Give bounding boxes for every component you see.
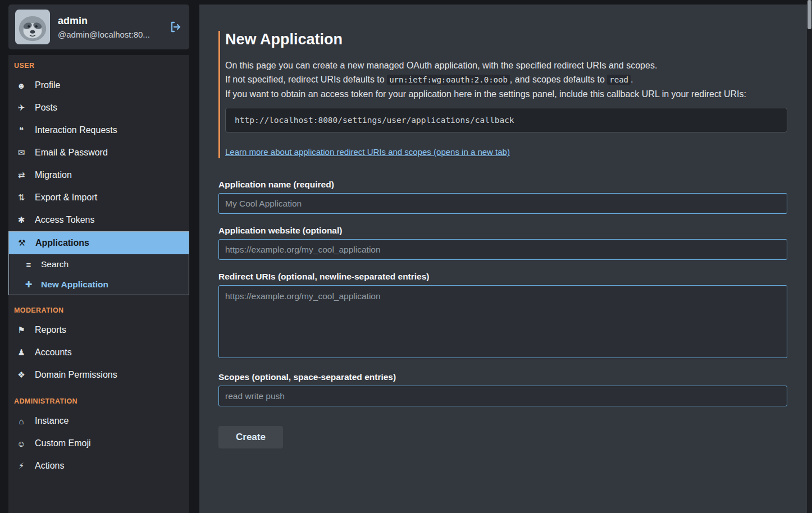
sidebar-item-label: Search xyxy=(41,259,69,269)
arrows-up-down-icon: ⇅ xyxy=(15,193,28,203)
section-label-moderation: MODERATION xyxy=(14,306,184,314)
user-handle: @admin@localhost:80... xyxy=(58,30,167,39)
scrollbar-thumb[interactable] xyxy=(808,0,811,29)
user-name: admin xyxy=(58,15,167,27)
smiley-icon: ☺ xyxy=(15,439,28,448)
sidebar-item-posts[interactable]: ✈ Posts xyxy=(8,97,189,119)
hub-icon: ❖ xyxy=(15,370,28,380)
sidebar-item-label: Instance xyxy=(35,416,69,426)
page-title: New Application xyxy=(225,31,787,48)
application-website-field: Application website (optional) xyxy=(218,226,787,260)
sidebar-item-label: Profile xyxy=(35,80,60,90)
sidebar-item-label: Migration xyxy=(35,170,72,180)
redirect-uris-textarea[interactable] xyxy=(218,285,787,358)
sidebar-item-applications[interactable]: ⚒ Applications xyxy=(9,232,189,254)
scopes-input[interactable] xyxy=(218,386,787,406)
callback-url-block: http://localhost:8080/settings/user/appl… xyxy=(225,108,787,132)
tools-icon: ⚒ xyxy=(16,238,28,248)
sidebar-item-label: Custom Emoji xyxy=(35,438,91,448)
sidebar-item-email-password[interactable]: ✉ Email & Password xyxy=(8,141,189,164)
scrollbar[interactable] xyxy=(807,0,812,513)
sidebar-item-label: Domain Permissions xyxy=(35,370,117,380)
application-website-input[interactable] xyxy=(218,239,787,260)
sidebar-item-label: Export & Import xyxy=(35,193,97,203)
scopes-label: Scopes (optional, space-separated entrie… xyxy=(218,372,787,382)
sloth-avatar-image xyxy=(15,10,50,44)
application-name-field: Application name (required) xyxy=(218,180,787,214)
sidebar-item-label: New Application xyxy=(41,280,108,290)
sidebar-item-label: Reports xyxy=(35,325,66,335)
sidebar-item-access-tokens[interactable]: ✱ Access Tokens xyxy=(8,209,189,231)
sidebar-item-label: Email & Password xyxy=(35,148,108,158)
sidebar-item-actions[interactable]: ⚡ Actions xyxy=(8,455,189,477)
sidebar-item-new-application[interactable]: ✚ New Application xyxy=(9,274,189,295)
user-card[interactable]: admin @admin@localhost:80... xyxy=(8,4,189,49)
app-root: admin @admin@localhost:80... USER ☻ Prof… xyxy=(0,0,812,513)
application-name-label: Application name (required) xyxy=(218,180,787,190)
sidebar-item-label: Applications xyxy=(35,238,89,248)
redirect-uris-field: Redirect URIs (optional, newline-separat… xyxy=(218,272,787,360)
sidebar-item-instance[interactable]: ⌂ Instance xyxy=(8,410,189,432)
main-panel: New Application On this page you can cre… xyxy=(199,4,807,513)
section-label-user: USER xyxy=(14,62,184,70)
token-icon: ✱ xyxy=(15,215,28,225)
sidebar-item-label: Actions xyxy=(35,461,64,471)
paper-plane-icon: ✈ xyxy=(15,103,28,113)
user-icon: ☻ xyxy=(15,81,28,90)
list-icon: ≡ xyxy=(22,260,35,269)
callback-url: http://localhost:8080/settings/user/appl… xyxy=(235,116,514,125)
sidebar-item-custom-emoji[interactable]: ☺ Custom Emoji xyxy=(8,432,189,455)
sidebar-nav: USER ☻ Profile ✈ Posts ❝ Interaction Req… xyxy=(8,55,189,513)
users-icon: ♟ xyxy=(15,347,28,358)
sidebar: admin @admin@localhost:80... USER ☻ Prof… xyxy=(0,0,199,513)
application-name-input[interactable] xyxy=(218,193,787,214)
intro-block: New Application On this page you can cre… xyxy=(218,31,787,158)
sidebar-item-interaction-requests[interactable]: ❝ Interaction Requests xyxy=(8,119,189,141)
sidebar-item-domain-permissions[interactable]: ❖ Domain Permissions xyxy=(8,364,189,386)
inline-code-read: read xyxy=(607,75,631,85)
envelope-icon: ✉ xyxy=(15,148,28,158)
sidebar-item-label: Interaction Requests xyxy=(35,125,117,135)
sidebar-item-export-import[interactable]: ⇅ Export & Import xyxy=(8,186,189,209)
intro-line-2: If not specified, redirect URIs defaults… xyxy=(225,72,787,87)
new-application-form: Application name (required) Application … xyxy=(218,180,787,448)
flag-icon: ⚑ xyxy=(15,325,28,335)
intro-line-2-pre: If not specified, redirect URIs defaults… xyxy=(225,75,387,84)
learn-more-link[interactable]: Learn more about application redirect UR… xyxy=(225,147,510,157)
sidebar-item-migration[interactable]: ⇄ Migration xyxy=(8,164,189,186)
bolt-icon: ⚡ xyxy=(15,461,28,471)
inline-code-oob: urn:ietf:wg:oauth:2.0:oob xyxy=(387,75,510,85)
user-info: admin @admin@localhost:80... xyxy=(58,15,183,39)
comment-icon: ❝ xyxy=(15,125,28,135)
sidebar-item-label: Accounts xyxy=(35,347,72,358)
intro-line-1: On this page you can create a new manage… xyxy=(225,58,787,72)
logout-icon[interactable] xyxy=(169,20,183,34)
application-website-label: Application website (optional) xyxy=(218,226,787,236)
applications-submenu: ≡ Search ✚ New Application xyxy=(9,254,189,295)
redirect-uris-label: Redirect URIs (optional, newline-separat… xyxy=(218,272,787,282)
avatar xyxy=(15,10,50,44)
intro-line-2-post: . xyxy=(631,75,633,84)
sidebar-item-accounts[interactable]: ♟ Accounts xyxy=(8,341,189,364)
section-label-administration: ADMINISTRATION xyxy=(14,397,184,405)
arrows-left-right-icon: ⇄ xyxy=(15,170,28,180)
scopes-field: Scopes (optional, space-separated entrie… xyxy=(218,372,787,406)
sidebar-item-applications-search[interactable]: ≡ Search xyxy=(9,254,189,274)
create-button[interactable]: Create xyxy=(218,426,283,448)
plus-icon: ✚ xyxy=(22,280,35,290)
sidebar-item-label: Access Tokens xyxy=(35,215,94,225)
sidebar-item-label: Posts xyxy=(35,103,57,113)
sidebar-item-reports[interactable]: ⚑ Reports xyxy=(8,319,189,341)
sidebar-item-profile[interactable]: ☻ Profile xyxy=(8,74,189,97)
intro-line-2-mid: , and scopes defaults to xyxy=(510,75,607,84)
intro-line-3: If you want to obtain an access token fo… xyxy=(225,87,787,101)
applications-group: ⚒ Applications ≡ Search ✚ New Applicatio… xyxy=(8,231,189,295)
sitemap-icon: ⌂ xyxy=(15,416,28,426)
